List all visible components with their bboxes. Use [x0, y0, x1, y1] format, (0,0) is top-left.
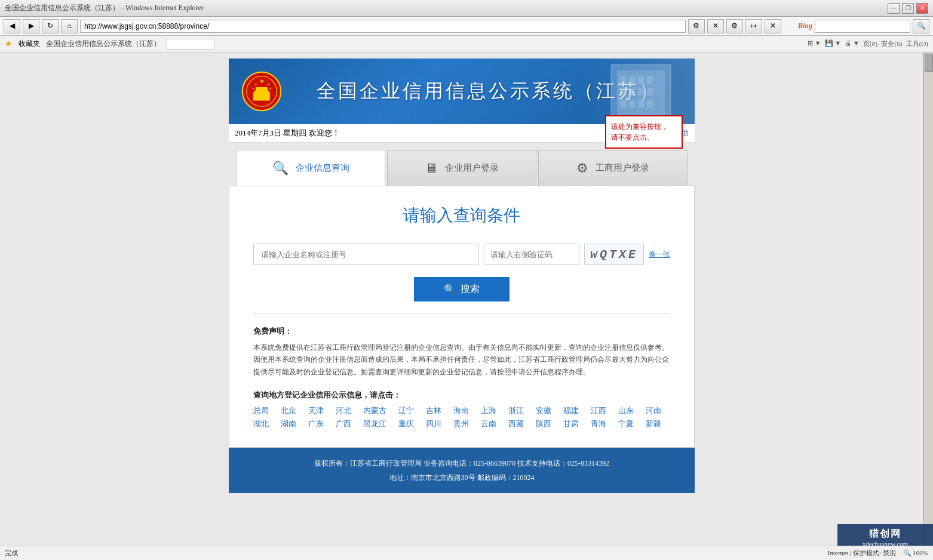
safety-menu[interactable]: 安全(S) — [881, 39, 902, 48]
commerce-icon: ⚙ — [576, 161, 588, 176]
star-icon: ★ — [5, 39, 13, 49]
stop-button[interactable]: ✕ — [707, 19, 724, 33]
tab-commerce[interactable]: ⚙ 工商用户登录 — [538, 150, 688, 186]
region-总局[interactable]: 总局 — [253, 405, 269, 416]
region-上海[interactable]: 上海 — [481, 405, 496, 416]
region-吉林[interactable]: 吉林 — [426, 405, 441, 416]
region-内蒙古[interactable]: 内蒙古 — [363, 405, 386, 416]
svg-rect-23 — [638, 100, 644, 107]
site-banner: ★ ★ ★ ★ ★ 全国企业信用信息公示系统（江苏） — [229, 59, 695, 124]
site-footer: 版权所有：江苏省工商行政管理局 业务咨询电话：025-86639070 技术支持… — [229, 448, 695, 493]
svg-text:★: ★ — [259, 78, 265, 84]
region-重庆[interactable]: 重庆 — [398, 419, 414, 429]
svg-rect-19 — [638, 88, 644, 96]
tools-menu[interactable]: 工具(O) — [906, 39, 928, 48]
svg-rect-24 — [647, 100, 653, 107]
svg-rect-17 — [620, 88, 626, 96]
tab-commerce-label: 工商用户登录 — [596, 162, 649, 174]
close-button[interactable]: ✕ — [916, 3, 928, 14]
forward-button[interactable]: ▶ — [23, 19, 39, 33]
x-button[interactable]: ✕ — [765, 19, 781, 33]
title-bar: 全国企业信用信息公示系统（江苏） - Windows Internet Expl… — [0, 0, 933, 17]
region-北京[interactable]: 北京 — [281, 405, 296, 416]
scrollbar[interactable] — [923, 53, 933, 560]
region-福建[interactable]: 福建 — [563, 405, 579, 416]
browser-content: ★ ★ ★ ★ ★ 全国企业信用信息公示系统（江苏） — [0, 53, 933, 560]
url-input[interactable] — [80, 20, 686, 33]
print-icon: 🖨 ▼ — [845, 39, 860, 48]
search-button[interactable]: 🔍 搜索 — [414, 277, 510, 301]
region-甘肃[interactable]: 甘肃 — [563, 419, 579, 429]
region-河北[interactable]: 河北 — [336, 405, 351, 416]
region-云南[interactable]: 云南 — [481, 419, 496, 429]
browser-search-input[interactable] — [815, 20, 910, 33]
region-山东[interactable]: 山东 — [618, 405, 634, 416]
region-贵州[interactable]: 贵州 — [453, 419, 469, 429]
region-天津[interactable]: 天津 — [308, 405, 324, 416]
region-广西[interactable]: 广西 — [336, 419, 351, 429]
svg-rect-15 — [638, 76, 644, 84]
tab-query[interactable]: 🔍 企业信息查询 — [236, 150, 385, 186]
company-search-input[interactable] — [253, 244, 479, 265]
query-title: 请输入查询条件 — [253, 204, 670, 227]
refresh-captcha-link[interactable]: 换一张 — [649, 250, 670, 260]
captcha-input[interactable] — [484, 244, 579, 265]
forward2-button[interactable]: ↦ — [745, 19, 762, 33]
minimize-button[interactable]: ─ — [888, 3, 900, 14]
watermark-line1: 猎创网 — [842, 528, 928, 540]
regions-grid: 总局 北京 天津 河北 内蒙古 辽宁 吉林 海南 上海 浙江 安徽 福建 江西 … — [253, 405, 670, 429]
disclaimer-section: 免费声明： 本系统免费提供在江苏省工商行政管理局登记注册的企业信息查询。由于有关… — [253, 326, 670, 378]
svg-rect-16 — [647, 76, 653, 84]
status-bar: 完成 Internet | 保护模式: 禁用 🔍 100% — [0, 546, 933, 560]
region-宁夏[interactable]: 宁夏 — [618, 419, 634, 429]
region-西藏[interactable]: 西藏 — [508, 419, 524, 429]
region-青海[interactable]: 青海 — [591, 419, 606, 429]
divider-1 — [253, 313, 670, 314]
main-area: ★ ★ ★ ★ ★ 全国企业信用信息公示系统（江苏） — [0, 53, 923, 560]
region-辽宁[interactable]: 辽宁 — [398, 405, 414, 416]
back-button[interactable]: ◀ — [4, 19, 20, 33]
region-江西[interactable]: 江西 — [591, 405, 606, 416]
region-浙江[interactable]: 浙江 — [508, 405, 524, 416]
favorites-label: 收藏夹 — [19, 39, 40, 49]
search-row: wQTXE 换一张 — [253, 244, 670, 265]
zoom-level: 🔍 100% — [903, 549, 928, 557]
tab-input[interactable] — [167, 39, 214, 50]
region-河南[interactable]: 河南 — [646, 405, 661, 416]
disclaimer-text: 本系统免费提供在江苏省工商行政管理局登记注册的企业信息查询。由于有关信息尚不能实… — [253, 341, 670, 378]
national-emblem: ★ ★ ★ ★ ★ — [241, 70, 283, 112]
address-bar: ◀ ▶ ↻ ⌂ ⚙ ✕ ⚙ ↦ ✕ Bing 🔍 — [0, 17, 933, 36]
settings-button[interactable]: ⚙ — [726, 19, 743, 33]
region-湖南[interactable]: 湖南 — [281, 419, 296, 429]
region-海南[interactable]: 海南 — [453, 405, 469, 416]
internet-status: Internet | 保护模式: 禁用 — [828, 549, 896, 558]
svg-rect-20 — [647, 88, 653, 96]
tabs-container: 🔍 企业信息查询 🖥 企业用户登录 ⚙ 工商用户登录 — [229, 143, 695, 186]
region-新疆[interactable]: 新疆 — [646, 419, 661, 429]
status-right: Internet | 保护模式: 禁用 🔍 100% — [828, 549, 928, 558]
search-go-button[interactable]: 🔍 — [913, 19, 929, 33]
local-query-title: 查询地方登记企业信用公示信息，请点击： — [253, 390, 670, 401]
page-menu[interactable]: 页(P) — [863, 39, 877, 48]
region-四川[interactable]: 四川 — [426, 419, 441, 429]
svg-rect-18 — [629, 88, 635, 96]
tab-query-label: 企业信息查询 — [296, 162, 349, 174]
tooltip-box: 该处为兼容按钮， 请不要点击。 — [605, 115, 683, 149]
date-text: 2014年7月3日 星期四 欢迎您！ — [235, 128, 340, 139]
region-广东[interactable]: 广东 — [308, 419, 324, 429]
region-黑龙江[interactable]: 黑龙江 — [363, 419, 386, 429]
region-陕西[interactable]: 陕西 — [536, 419, 551, 429]
region-安徽[interactable]: 安徽 — [536, 405, 551, 416]
query-icon: 🔍 — [272, 161, 289, 176]
home-button[interactable]: ⌂ — [61, 19, 78, 33]
refresh-button[interactable]: ↻ — [42, 19, 59, 33]
page-tools-icon: ⊞ ▼ — [808, 39, 821, 48]
region-湖北[interactable]: 湖北 — [253, 419, 269, 429]
footer-line1: 版权所有：江苏省工商行政管理局 业务咨询电话：025-86639070 技术支持… — [229, 456, 695, 470]
fav-tab[interactable]: 全国企业信用信息公示系统（江苏） — [46, 39, 161, 49]
compat-button[interactable]: ⚙ — [688, 19, 705, 33]
tab-enterprise[interactable]: 🖥 企业用户登录 — [387, 150, 536, 186]
disclaimer-title: 免费声明： — [253, 326, 670, 337]
restore-button[interactable]: ❐ — [902, 3, 914, 14]
save-icon: 💾 ▼ — [825, 39, 842, 48]
